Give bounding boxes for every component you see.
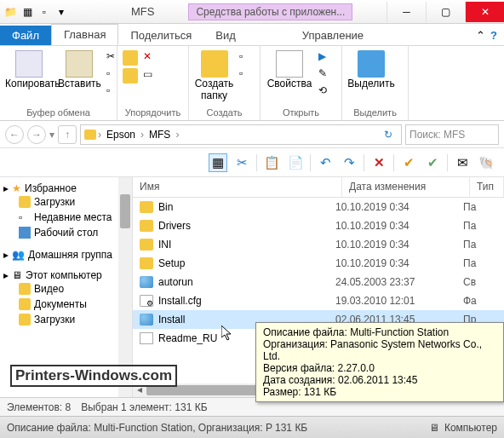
file-date: 10.10.2019 0:34 [335,201,463,213]
new-group-label: Создать [194,107,255,118]
statusbar-bottom: Описание файла: Multi-Function Station, … [0,416,504,438]
file-date: 10.10.2019 0:34 [335,257,463,269]
tab-file[interactable]: Файл [0,26,51,45]
column-date[interactable]: Дата изменения [342,177,470,197]
rename-icon[interactable]: ▭ [143,68,158,84]
tab-home[interactable]: Главная [51,24,118,45]
select-group-label: Выделить [347,107,403,118]
back-button[interactable]: ← [5,125,24,144]
status-selected: Выбран 1 элемент: 131 КБ [81,401,207,413]
computer-icon: 🖥 [429,422,439,434]
search-input[interactable]: Поиск: MFS [405,124,499,145]
mail-toolbtn[interactable]: ✉ [453,153,472,172]
new-item-icon[interactable]: ▫ [239,50,255,66]
tab-share[interactable]: Поделиться [118,26,203,45]
crumb-epson[interactable]: Epson [103,127,139,142]
open-group-label: Открыть [266,107,336,118]
sidebar-item-downloads2[interactable]: Загрузки [3,312,129,327]
homegroup-icon: 👥 [12,249,25,261]
tab-manage[interactable]: Управление [290,26,375,45]
sidebar-favorites[interactable]: ▸★Избранное [3,182,129,194]
up-button[interactable]: ↑ [58,125,77,144]
chevron-right-icon: ▸ [3,182,9,194]
props-icon[interactable]: ▦ [20,5,34,19]
qat-dropdown-icon[interactable]: ▾ [54,5,68,19]
new-folder-button[interactable]: Создать папку [194,49,234,107]
check-toolbtn[interactable]: ✔ [423,153,442,172]
edit-icon[interactable]: ✎ [318,67,334,83]
undo-toolbtn[interactable]: ↶ [316,153,335,172]
maximize-button[interactable]: ▢ [426,2,465,22]
file-row[interactable]: autorun24.05.2003 23:37Св [133,273,504,291]
sidebar-item-videos[interactable]: Видео [3,281,129,297]
sidebar-item-desktop[interactable]: Рабочий стол [3,225,129,240]
paste-icon [66,50,93,78]
help-icon[interactable]: ? [490,29,497,42]
chevron-right-icon[interactable]: › [140,129,144,141]
refresh-icon[interactable]: ↻ [379,129,398,141]
delete-toolbtn[interactable]: ✕ [369,153,388,172]
chevron-right-icon[interactable]: › [175,129,179,141]
organize-group-label: Упорядочить [123,107,183,118]
close-button[interactable]: ✕ [465,2,504,22]
column-name[interactable]: Имя [133,177,342,197]
file-row[interactable]: Install.cfg19.03.2010 12:01Фа [133,291,504,310]
folder-icon [19,283,31,295]
file-row[interactable]: Setup10.10.2019 0:34Па [133,254,504,273]
folder-icon [140,257,153,269]
file-type: Па [463,220,497,232]
forward-button[interactable]: → [27,125,46,144]
collapse-ribbon-icon[interactable]: ⌃ [476,29,485,42]
folder-icon [19,196,31,208]
file-type: Па [463,239,497,251]
cfg-icon [140,295,153,307]
file-name: Drivers [158,220,335,232]
file-type: Св [463,276,497,288]
delete-icon[interactable]: ✕ [143,50,158,66]
new-icon[interactable]: ▫ [37,5,51,19]
breadcrumb[interactable]: › Epson › MFS › ↻ [80,124,402,145]
cut-toolbtn[interactable]: ✂ [232,153,251,172]
select-button[interactable]: Выделить [347,49,395,107]
sidebar-item-recent[interactable]: ▫Недавние места [3,210,129,225]
redo-toolbtn[interactable]: ↷ [340,153,358,172]
file-name: Install.cfg [158,295,335,307]
sidebar-item-downloads[interactable]: Загрузки [3,194,129,210]
file-row[interactable]: Bin10.10.2019 0:34Па [133,198,504,216]
copy-button[interactable]: Копировать [5,49,53,107]
sidebar-homegroup[interactable]: ▸👥Домашняя группа [3,249,129,261]
folder-icon [19,298,31,310]
crumb-mfs[interactable]: MFS [146,127,174,142]
recent-icon: ▫ [19,211,31,223]
file-name: Setup [158,257,335,269]
history-icon[interactable]: ⟲ [318,84,334,100]
tab-view[interactable]: Вид [203,26,248,45]
column-type[interactable]: Тип [470,177,504,197]
file-name: INI [158,239,335,251]
window-title: MFS [131,5,154,18]
file-date: 24.05.2003 23:37 [335,276,463,288]
organize-toolbtn[interactable]: ▦ [209,153,227,172]
shell-toolbtn[interactable]: 🐚 [477,153,495,172]
open-icon[interactable]: ▶ [318,50,334,66]
moveto-icon[interactable] [123,50,138,66]
history-dropdown-icon[interactable]: ▾ [49,129,54,141]
props-toolbtn[interactable]: ✔ [399,153,418,172]
properties-icon [276,50,303,78]
file-date: 10.10.2019 0:34 [335,220,463,232]
easy-access-icon[interactable]: ▫ [239,67,255,83]
paste-button[interactable]: Вставить [58,49,101,107]
sidebar-item-documents[interactable]: Документы [3,297,129,312]
properties-button[interactable]: Свойства [266,49,313,107]
file-row[interactable]: INI10.10.2019 0:34Па [133,235,504,254]
copy-toolbtn[interactable]: 📋 [262,153,281,172]
paste-toolbtn[interactable]: 📄 [286,153,305,172]
minimize-button[interactable]: ─ [387,2,426,22]
sidebar-this-pc[interactable]: ▸🖥Этот компьютер [3,269,129,281]
chevron-right-icon[interactable]: › [98,129,101,141]
copyto-icon[interactable] [123,68,138,84]
status-count: Элементов: 8 [7,401,71,413]
new-folder-label: Создать папку [194,78,234,101]
status-computer: Компьютер [444,422,497,434]
file-row[interactable]: Drivers10.10.2019 0:34Па [133,216,504,235]
